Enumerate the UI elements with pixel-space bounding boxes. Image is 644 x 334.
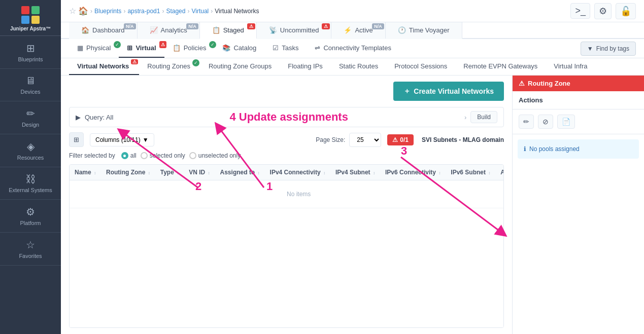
sub-tab-physical[interactable]: ▦ Physical ✓ xyxy=(69,39,119,58)
sort-rz[interactable]: ↕ xyxy=(148,171,150,175)
query-bar: ▶ Query: All 4 Update assignments › Buil… xyxy=(69,107,504,127)
sort-type[interactable]: ↕ xyxy=(177,171,179,175)
tab-analytics[interactable]: 📈 Analytics N/A xyxy=(138,22,200,39)
sidebar-label-devices: Devices xyxy=(20,89,40,95)
error-count: 0/1 xyxy=(400,136,409,143)
breadcrumb-sep-3: › xyxy=(162,8,164,15)
col-ipv6-subnet: IPv6 Subnet ↕ xyxy=(446,165,495,180)
create-virtual-networks-button[interactable]: ＋ Create Virtual Networks xyxy=(393,82,504,101)
sidebar-item-blueprints[interactable]: ⊞ Blueprints xyxy=(0,36,61,69)
page-size-select[interactable]: 25 50 100 xyxy=(349,133,381,147)
sort-ipv4s[interactable]: ↕ xyxy=(373,171,375,175)
tab-dashboard-label: Dashboard xyxy=(92,26,125,34)
sort-assigned[interactable]: ↕ xyxy=(258,171,260,175)
topbar: ☆ 🏠 › Blueprints › apstra-pod1 › Staged … xyxy=(61,0,644,22)
inner-tab-routing-zones[interactable]: Routing Zones ✓ xyxy=(139,58,200,75)
edit-button[interactable]: ✏ xyxy=(519,115,534,129)
breadcrumb-sep-5: › xyxy=(211,8,213,15)
sort-name[interactable]: ↕ xyxy=(94,171,96,175)
inner-tab-virtual-networks[interactable]: Virtual Networks ⚠ xyxy=(69,58,139,75)
copy-button[interactable]: 📄 xyxy=(557,115,575,129)
inner-tab-routing-zone-groups[interactable]: Routing Zone Groups xyxy=(200,58,280,75)
resources-icon: ◈ xyxy=(27,140,35,153)
inner-tab-remote-evpn[interactable]: Remote EVPN Gateways xyxy=(455,58,546,75)
lock-button[interactable]: 🔓 xyxy=(616,3,636,19)
breadcrumb-virtual[interactable]: Virtual xyxy=(191,8,209,15)
sidebar-item-platform[interactable]: ⚙ Platform xyxy=(0,200,61,233)
app-logo: Juniper Apstra™ xyxy=(0,0,61,36)
sub-tab-policies[interactable]: 📋 Policies ✓ xyxy=(164,39,215,58)
query-expand-icon[interactable]: ▶ xyxy=(76,114,81,121)
sidebar-item-design[interactable]: ✏ Design xyxy=(0,101,61,134)
svi-title-area: SVI Subnets - MLAG domain xyxy=(422,136,504,143)
radio-selected-only[interactable]: selected only xyxy=(141,152,185,159)
favorites-icon: ☆ xyxy=(26,239,35,251)
right-panel-actions: ✏ ⊘ 📄 xyxy=(513,109,644,134)
columns-dropdown-icon: ▼ xyxy=(143,136,149,143)
inner-tab-floating-ips[interactable]: Floating IPs xyxy=(280,58,331,75)
home-button[interactable]: 🏠 xyxy=(78,6,88,16)
tab-active[interactable]: ⚡ Active N/A xyxy=(331,22,385,39)
tab-staged[interactable]: 📋 Staged ⚠ xyxy=(200,22,257,39)
sidebar-item-favorites[interactable]: ☆ Favorites xyxy=(0,233,61,266)
sub-tab-virtual-label: Virtual xyxy=(135,44,156,52)
sidebar-item-devices[interactable]: 🖥 Devices xyxy=(0,69,61,101)
block-button[interactable]: ⊘ xyxy=(538,115,553,129)
radio-all[interactable]: all xyxy=(121,152,137,159)
dashboard-icon: 🏠 xyxy=(81,26,89,34)
no-pools-label: No pools assigned xyxy=(529,145,580,153)
breadcrumb-sep-1: › xyxy=(90,8,92,15)
sub-tab-virtual[interactable]: ⊞ Virtual ⚠ xyxy=(119,39,164,58)
radio-selected-dot xyxy=(141,152,148,159)
settings-button[interactable]: ⚙ xyxy=(594,3,612,19)
query-right: › Build xyxy=(464,111,497,123)
inner-tab-static-routes[interactable]: Static Routes xyxy=(331,58,386,75)
terminal-button[interactable]: >_ xyxy=(570,3,590,19)
breadcrumb-pod[interactable]: apstra-pod1 xyxy=(127,8,160,15)
columns-select[interactable]: Columns (10/11) ▼ xyxy=(90,133,154,146)
page-size-row: Page Size: 25 50 100 xyxy=(316,133,381,147)
inner-tab-sr-label: Static Routes xyxy=(339,62,378,70)
sidebar-label-resources: Resources xyxy=(17,155,44,161)
sub-tab-connectivity-label: Connectivity Templates xyxy=(323,44,391,52)
no-items-label: No items xyxy=(70,180,504,208)
external-systems-icon: ⛓ xyxy=(25,173,36,185)
sort-vnid[interactable]: ↕ xyxy=(208,171,210,175)
sub-tab-catalog[interactable]: 📚 Catalog xyxy=(214,39,264,58)
info-icon: ℹ xyxy=(524,145,526,153)
sidebar-item-external-systems[interactable]: ⛓ External Systems xyxy=(0,167,61,200)
virtual-icon: ⊞ xyxy=(127,44,132,52)
sidebar-item-resources[interactable]: ◈ Resources xyxy=(0,134,61,167)
col-routing-zone: Routing Zone ↕ xyxy=(101,165,155,180)
sort-ipv6s[interactable]: ↕ xyxy=(488,171,490,175)
build-badge: Build xyxy=(470,111,497,123)
radio-unselected-label: unselected only xyxy=(198,152,241,159)
inner-tab-re-label: Remote EVPN Gateways xyxy=(463,62,537,70)
col-name: Name ↕ xyxy=(70,165,101,180)
tab-time-voyager[interactable]: 🕐 Time Voyager xyxy=(386,22,462,39)
inner-tab-vi-label: Virtual Infra xyxy=(554,62,587,70)
breadcrumb-staged[interactable]: Staged xyxy=(166,8,185,15)
grid-view-button[interactable]: ⊞ xyxy=(69,132,84,147)
analytics-badge: N/A xyxy=(186,23,198,29)
sub-tab-connectivity-templates[interactable]: ⇌ Connectivity Templates xyxy=(307,39,399,58)
radio-unselected-only[interactable]: unselected only xyxy=(189,152,241,159)
toolbar: ＋ Create Virtual Networks xyxy=(69,82,504,101)
inner-tab-virtual-infra[interactable]: Virtual Infra xyxy=(546,58,595,75)
active-badge: N/A xyxy=(372,23,384,29)
staged-badge: ⚠ xyxy=(247,23,255,29)
find-by-tags-button[interactable]: ▼ Find by tags xyxy=(581,42,636,56)
inner-tab-ps-label: Protocol Sessions xyxy=(394,62,447,70)
bookmark-button[interactable]: ☆ xyxy=(69,6,76,16)
tab-dashboard[interactable]: 🏠 Dashboard N/A xyxy=(69,22,138,39)
sort-ipv4c[interactable]: ↕ xyxy=(323,171,325,175)
inner-tab-protocol-sessions[interactable]: Protocol Sessions xyxy=(386,58,455,75)
breadcrumb-blueprints[interactable]: Blueprints xyxy=(94,8,121,15)
sidebar-label-external-systems: External Systems xyxy=(9,187,52,193)
tab-uncommitted[interactable]: 📡 Uncommitted ⚠ xyxy=(257,22,332,39)
sub-tab-tasks[interactable]: ☑ Tasks xyxy=(264,39,307,58)
col-type: Type ↕ xyxy=(155,165,184,180)
dashboard-badge: N/A xyxy=(124,23,136,29)
page-size-label: Page Size: xyxy=(316,136,345,143)
sort-ipv6c[interactable]: ↕ xyxy=(438,171,440,175)
